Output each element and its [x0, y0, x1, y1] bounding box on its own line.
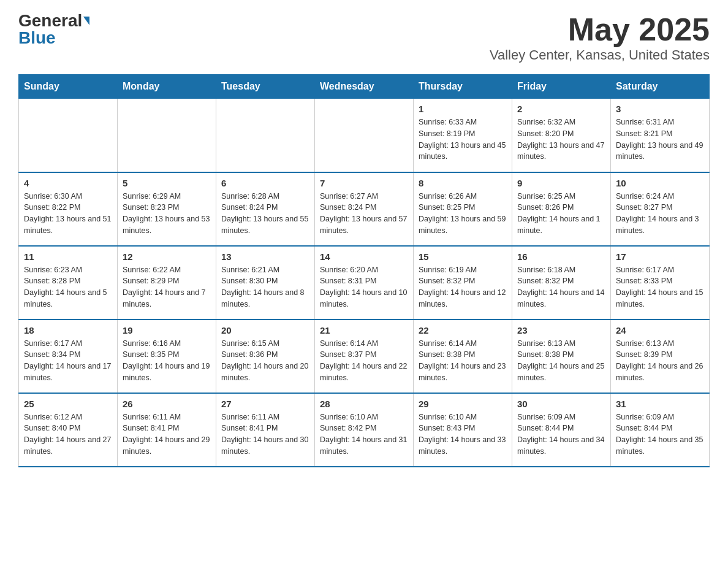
day-info: Sunrise: 6:26 AM Sunset: 8:25 PM Dayligh…: [419, 191, 507, 237]
day-info: Sunrise: 6:14 AM Sunset: 8:37 PM Dayligh…: [320, 338, 408, 384]
day-number: 15: [419, 251, 507, 262]
day-info: Sunrise: 6:09 AM Sunset: 8:44 PM Dayligh…: [616, 412, 704, 458]
day-info: Sunrise: 6:18 AM Sunset: 8:32 PM Dayligh…: [517, 264, 605, 310]
day-number: 14: [320, 251, 408, 262]
day-info: Sunrise: 6:11 AM Sunset: 8:41 PM Dayligh…: [221, 412, 309, 458]
day-cell: 2Sunrise: 6:32 AM Sunset: 8:20 PM Daylig…: [512, 99, 611, 172]
day-number: 26: [123, 399, 211, 409]
day-cell: [118, 99, 216, 172]
day-cell: 4Sunrise: 6:30 AM Sunset: 8:22 PM Daylig…: [19, 172, 118, 246]
day-cell: 15Sunrise: 6:19 AM Sunset: 8:32 PM Dayli…: [414, 246, 512, 320]
day-info: Sunrise: 6:11 AM Sunset: 8:41 PM Dayligh…: [123, 412, 211, 458]
day-info: Sunrise: 6:13 AM Sunset: 8:39 PM Dayligh…: [616, 338, 704, 384]
day-cell: [19, 99, 118, 172]
day-cell: [315, 99, 414, 172]
day-cell: 21Sunrise: 6:14 AM Sunset: 8:37 PM Dayli…: [315, 320, 414, 393]
day-cell: 18Sunrise: 6:17 AM Sunset: 8:34 PM Dayli…: [19, 320, 118, 393]
day-number: 28: [320, 399, 408, 409]
day-info: Sunrise: 6:17 AM Sunset: 8:33 PM Dayligh…: [616, 264, 704, 310]
day-info: Sunrise: 6:33 AM Sunset: 8:19 PM Dayligh…: [419, 117, 507, 163]
day-number: 31: [616, 399, 704, 409]
day-info: Sunrise: 6:32 AM Sunset: 8:20 PM Dayligh…: [517, 117, 605, 163]
day-cell: 20Sunrise: 6:15 AM Sunset: 8:36 PM Dayli…: [216, 320, 315, 393]
day-number: 1: [419, 104, 507, 114]
logo-triangle-icon: [83, 17, 89, 25]
day-cell: 31Sunrise: 6:09 AM Sunset: 8:44 PM Dayli…: [611, 393, 710, 467]
week-row-5: 25Sunrise: 6:12 AM Sunset: 8:40 PM Dayli…: [19, 393, 710, 467]
day-cell: 11Sunrise: 6:23 AM Sunset: 8:28 PM Dayli…: [19, 246, 118, 320]
day-cell: 1Sunrise: 6:33 AM Sunset: 8:19 PM Daylig…: [414, 99, 512, 172]
col-header-wednesday: Wednesday: [315, 75, 414, 99]
day-number: 19: [123, 325, 211, 335]
day-cell: 16Sunrise: 6:18 AM Sunset: 8:32 PM Dayli…: [512, 246, 611, 320]
day-info: Sunrise: 6:22 AM Sunset: 8:29 PM Dayligh…: [123, 264, 211, 310]
week-row-1: 1Sunrise: 6:33 AM Sunset: 8:19 PM Daylig…: [19, 99, 710, 172]
calendar-table: SundayMondayTuesdayWednesdayThursdayFrid…: [18, 74, 710, 467]
day-info: Sunrise: 6:10 AM Sunset: 8:43 PM Dayligh…: [419, 412, 507, 458]
day-info: Sunrise: 6:10 AM Sunset: 8:42 PM Dayligh…: [320, 412, 408, 458]
day-info: Sunrise: 6:23 AM Sunset: 8:28 PM Dayligh…: [24, 264, 112, 310]
day-cell: 30Sunrise: 6:09 AM Sunset: 8:44 PM Dayli…: [512, 393, 611, 467]
day-number: 29: [419, 399, 507, 409]
day-cell: 13Sunrise: 6:21 AM Sunset: 8:30 PM Dayli…: [216, 246, 315, 320]
logo-general-text: General: [18, 12, 82, 29]
day-number: 2: [517, 104, 605, 114]
day-info: Sunrise: 6:24 AM Sunset: 8:27 PM Dayligh…: [616, 191, 704, 237]
day-info: Sunrise: 6:13 AM Sunset: 8:38 PM Dayligh…: [517, 338, 605, 384]
day-info: Sunrise: 6:29 AM Sunset: 8:23 PM Dayligh…: [123, 191, 211, 237]
day-cell: 10Sunrise: 6:24 AM Sunset: 8:27 PM Dayli…: [611, 172, 710, 246]
day-cell: 7Sunrise: 6:27 AM Sunset: 8:24 PM Daylig…: [315, 172, 414, 246]
logo-blue-text: Blue: [18, 29, 56, 47]
day-cell: 28Sunrise: 6:10 AM Sunset: 8:42 PM Dayli…: [315, 393, 414, 467]
day-number: 21: [320, 325, 408, 335]
day-cell: 5Sunrise: 6:29 AM Sunset: 8:23 PM Daylig…: [118, 172, 216, 246]
col-header-thursday: Thursday: [414, 75, 512, 99]
day-number: 7: [320, 178, 408, 188]
title-block: May 2025 Valley Center, Kansas, United S…: [490, 12, 710, 63]
day-cell: 6Sunrise: 6:28 AM Sunset: 8:24 PM Daylig…: [216, 172, 315, 246]
col-header-saturday: Saturday: [611, 75, 710, 99]
day-cell: 25Sunrise: 6:12 AM Sunset: 8:40 PM Dayli…: [19, 393, 118, 467]
day-info: Sunrise: 6:19 AM Sunset: 8:32 PM Dayligh…: [419, 264, 507, 310]
day-number: 17: [616, 251, 704, 262]
day-info: Sunrise: 6:12 AM Sunset: 8:40 PM Dayligh…: [24, 412, 112, 458]
week-row-4: 18Sunrise: 6:17 AM Sunset: 8:34 PM Dayli…: [19, 320, 710, 393]
day-cell: 27Sunrise: 6:11 AM Sunset: 8:41 PM Dayli…: [216, 393, 315, 467]
day-number: 27: [221, 399, 309, 409]
day-number: 18: [24, 325, 112, 335]
day-cell: 12Sunrise: 6:22 AM Sunset: 8:29 PM Dayli…: [118, 246, 216, 320]
col-header-monday: Monday: [118, 75, 216, 99]
day-number: 22: [419, 325, 507, 335]
day-number: 11: [24, 251, 112, 262]
day-number: 23: [517, 325, 605, 335]
day-cell: 17Sunrise: 6:17 AM Sunset: 8:33 PM Dayli…: [611, 246, 710, 320]
day-info: Sunrise: 6:21 AM Sunset: 8:30 PM Dayligh…: [221, 264, 309, 310]
day-cell: 29Sunrise: 6:10 AM Sunset: 8:43 PM Dayli…: [414, 393, 512, 467]
calendar-header-row: SundayMondayTuesdayWednesdayThursdayFrid…: [19, 75, 710, 99]
day-number: 24: [616, 325, 704, 335]
col-header-sunday: Sunday: [19, 75, 118, 99]
day-number: 3: [616, 104, 704, 114]
day-cell: 22Sunrise: 6:14 AM Sunset: 8:38 PM Dayli…: [414, 320, 512, 393]
week-row-2: 4Sunrise: 6:30 AM Sunset: 8:22 PM Daylig…: [19, 172, 710, 246]
day-cell: 26Sunrise: 6:11 AM Sunset: 8:41 PM Dayli…: [118, 393, 216, 467]
day-cell: 24Sunrise: 6:13 AM Sunset: 8:39 PM Dayli…: [611, 320, 710, 393]
day-number: 5: [123, 178, 211, 188]
day-number: 12: [123, 251, 211, 262]
day-number: 30: [517, 399, 605, 409]
month-title: May 2025: [490, 12, 710, 47]
col-header-tuesday: Tuesday: [216, 75, 315, 99]
day-number: 6: [221, 178, 309, 188]
week-row-3: 11Sunrise: 6:23 AM Sunset: 8:28 PM Dayli…: [19, 246, 710, 320]
day-info: Sunrise: 6:25 AM Sunset: 8:26 PM Dayligh…: [517, 191, 605, 237]
day-cell: 23Sunrise: 6:13 AM Sunset: 8:38 PM Dayli…: [512, 320, 611, 393]
day-number: 25: [24, 399, 112, 409]
location: Valley Center, Kansas, United States: [490, 47, 710, 63]
day-info: Sunrise: 6:31 AM Sunset: 8:21 PM Dayligh…: [616, 117, 704, 163]
day-cell: 9Sunrise: 6:25 AM Sunset: 8:26 PM Daylig…: [512, 172, 611, 246]
day-cell: 14Sunrise: 6:20 AM Sunset: 8:31 PM Dayli…: [315, 246, 414, 320]
day-cell: 8Sunrise: 6:26 AM Sunset: 8:25 PM Daylig…: [414, 172, 512, 246]
day-number: 16: [517, 251, 605, 262]
day-number: 13: [221, 251, 309, 262]
day-number: 8: [419, 178, 507, 188]
